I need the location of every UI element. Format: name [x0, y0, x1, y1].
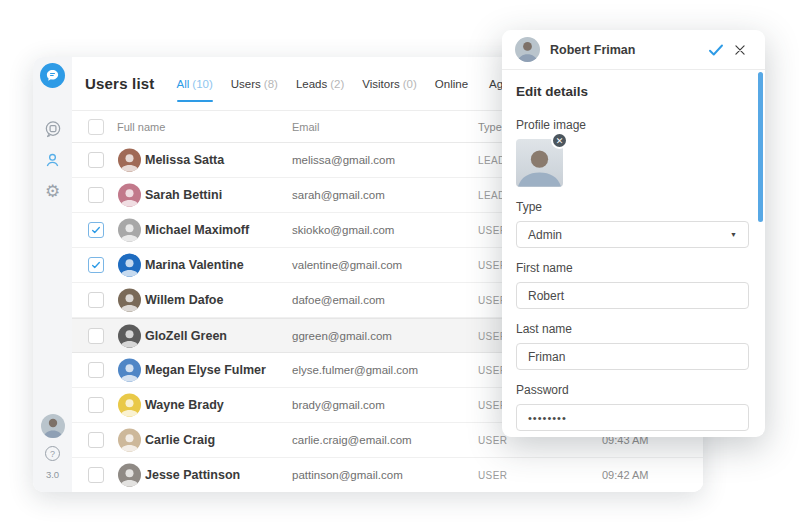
user-name: GloZell Green [145, 329, 227, 343]
tab-all[interactable]: All (10) [177, 57, 213, 110]
section-title: Edit details [516, 84, 749, 99]
modal-header: Robert Friman [502, 30, 765, 70]
user-email: pattinson@gmail.com [292, 469, 403, 481]
row-checkbox[interactable] [88, 187, 104, 203]
avatar [118, 254, 141, 277]
first-name-field[interactable]: Robert [516, 282, 749, 309]
row-checkbox[interactable] [88, 152, 104, 168]
avatar [118, 184, 141, 207]
type-select-value: Admin [528, 228, 562, 242]
user-email: elyse.fulmer@gmail.com [292, 364, 418, 376]
help-icon[interactable]: ? [45, 446, 60, 461]
edit-user-modal: Robert Friman Edit details Profile image… [502, 30, 765, 437]
user-email: sarah@gmail.com [292, 189, 385, 201]
column-header-full-name: Full name [117, 121, 165, 133]
avatar [118, 219, 141, 242]
user-time: 09:42 AM [602, 469, 648, 481]
sidebar-user-avatar[interactable] [41, 414, 65, 438]
user-name: Sarah Bettini [145, 188, 222, 202]
user-email: dafoe@email.com [292, 294, 385, 306]
type-select[interactable]: Admin ▼ [516, 221, 749, 248]
avatar [118, 429, 141, 452]
column-header-type: Type [478, 121, 502, 133]
user-name: Jesse Pattinson [145, 468, 240, 482]
row-checkbox[interactable] [88, 222, 104, 238]
avatar [118, 394, 141, 417]
tab-visitors[interactable]: Visitors (0) [362, 57, 417, 110]
user-email: melissa@gmail.com [292, 154, 395, 166]
tab-leads[interactable]: Leads (2) [296, 57, 344, 110]
user-email: carlie.craig@email.com [292, 434, 412, 446]
close-icon[interactable] [728, 38, 752, 62]
row-checkbox[interactable] [88, 362, 104, 378]
app-logo-chat-icon [40, 63, 65, 88]
last-name-label: Last name [516, 322, 749, 336]
user-name: Marina Valentine [145, 258, 244, 272]
password-field[interactable]: •••••••• [516, 404, 749, 431]
table-row[interactable]: Jesse Pattinson pattinson@gmail.com USER… [72, 458, 703, 492]
avatar [118, 149, 141, 172]
remove-image-button[interactable]: ✕ [551, 132, 568, 149]
user-email: skiokko@gmail.com [292, 224, 394, 236]
type-label: Type [516, 200, 749, 214]
user-name: Megan Elyse Fulmer [145, 363, 266, 377]
avatar [118, 289, 141, 312]
row-checkbox[interactable] [88, 432, 104, 448]
chevron-down-icon: ▼ [730, 231, 737, 238]
row-checkbox[interactable] [88, 257, 104, 273]
row-checkbox[interactable] [88, 292, 104, 308]
modal-scrollbar[interactable] [758, 72, 763, 222]
sidebar-item-conversations[interactable] [42, 118, 64, 140]
row-checkbox[interactable] [88, 328, 104, 344]
user-name: Wayne Brady [145, 398, 224, 412]
version-label: 3.0 [46, 469, 59, 480]
avatar [118, 324, 141, 347]
user-name: Willem Dafoe [145, 293, 223, 307]
sidebar-item-users[interactable] [42, 149, 64, 171]
modal-title: Robert Friman [550, 43, 704, 57]
screen: ⚙ ? 3.0 Users list All (10) Users (8) Le… [0, 0, 799, 526]
password-label: Password [516, 383, 749, 397]
avatar [118, 464, 141, 487]
column-header-email: Email [292, 121, 320, 133]
user-name: Michael Maximoff [145, 223, 249, 237]
user-email: valentine@gmail.com [292, 259, 402, 271]
sidebar-item-settings[interactable]: ⚙ [42, 180, 64, 202]
user-name: Melissa Satta [145, 153, 224, 167]
profile-image-label: Profile image [516, 118, 749, 132]
user-type: USER [478, 435, 507, 446]
row-checkbox[interactable] [88, 467, 104, 483]
user-type: USER [478, 470, 507, 481]
first-name-label: First name [516, 261, 749, 275]
select-all-checkbox[interactable] [88, 119, 104, 135]
row-checkbox[interactable] [88, 397, 104, 413]
page-title: Users list [85, 75, 155, 92]
last-name-field[interactable]: Friman [516, 343, 749, 370]
confirm-check-icon[interactable] [704, 38, 728, 62]
modal-user-avatar [515, 37, 540, 62]
user-email: ggreen@gmail.com [292, 330, 392, 342]
sidebar: ⚙ ? 3.0 [33, 57, 72, 492]
tab-users[interactable]: Users (8) [231, 57, 278, 110]
user-email: brady@gmail.com [292, 399, 385, 411]
user-name: Carlie Craig [145, 433, 215, 447]
avatar [118, 359, 141, 382]
modal-body: Edit details Profile image ✕ Type Admin … [502, 70, 765, 431]
tab-online[interactable]: Online [435, 57, 471, 110]
